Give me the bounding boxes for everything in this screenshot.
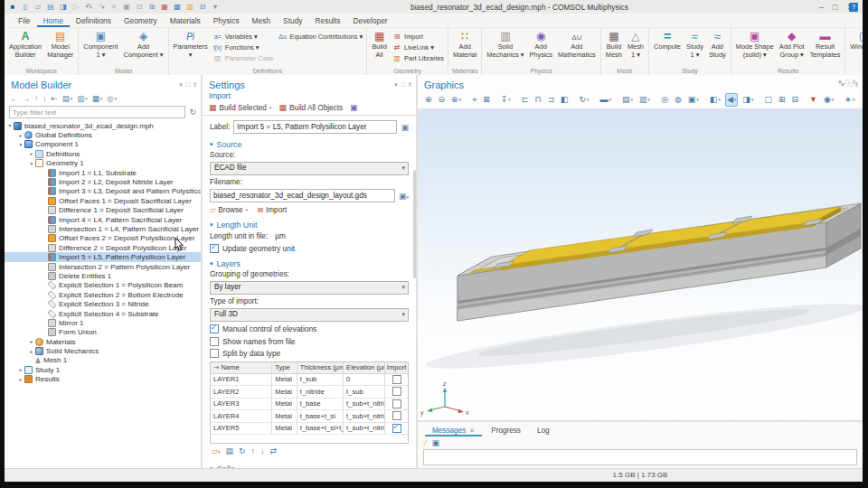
- tree-item[interactable]: Explicit Selection 2 = Bottom Electrode: [5, 290, 201, 299]
- browse-button[interactable]: ▱Browse▾: [210, 205, 248, 214]
- variables-button[interactable]: Variables ▾: [212, 32, 276, 42]
- collapse-all-icon[interactable]: ⇤▾: [52, 94, 58, 103]
- geometry-settings-icon[interactable]: ▣: [350, 103, 358, 112]
- functions-button[interactable]: Functions ▾: [212, 42, 276, 52]
- environment-reflections-icon[interactable]: ▥▾: [637, 93, 652, 107]
- equation-contributions-button[interactable]: Equation Contributions ▾: [277, 32, 365, 42]
- tree-item[interactable]: Form Union: [5, 328, 201, 337]
- tree-item[interactable]: ▸ Materials: [5, 337, 201, 346]
- clear-messages-icon[interactable]: ∕: [425, 438, 427, 447]
- refresh-filter-icon[interactable]: ↻: [189, 108, 196, 117]
- move-up-icon[interactable]: ↑▾: [34, 94, 38, 103]
- show-options-icon[interactable]: ▦▾: [92, 94, 103, 103]
- show-selection-colors-icon[interactable]: ◍▾: [673, 93, 684, 107]
- layers-table-row[interactable]: LAYER3 Metal t_base t_sub+t_nitride: [211, 399, 408, 411]
- add-mathematics-button[interactable]: Add Mathematics: [555, 29, 599, 61]
- grouping-icon[interactable]: ▥▾: [77, 94, 88, 103]
- cut-icon[interactable]: ✕▾: [109, 1, 118, 13]
- tree-item[interactable]: Difference 1 = Deposit Sacrificial Layer: [5, 206, 201, 215]
- go-to-view-icon[interactable]: ↧▾: [499, 93, 513, 107]
- layers-table-row[interactable]: LAYER1 Metal t_sub 0: [211, 374, 408, 387]
- select-mode-icon[interactable]: ▼▾: [807, 93, 819, 107]
- show-frames-icon[interactable]: ⊟▾: [789, 93, 800, 107]
- close-tab-icon[interactable]: ✕: [469, 427, 475, 435]
- tree-item[interactable]: Mesh 1: [5, 356, 201, 365]
- new-file-icon[interactable]: ▯▾: [21, 1, 30, 13]
- tree-expander[interactable]: ▸: [28, 339, 35, 344]
- zoom-out-icon[interactable]: ⊖▾: [437, 93, 448, 107]
- tree-item[interactable]: Delete Entities 1: [5, 271, 201, 280]
- tree-expander[interactable]: ▸: [28, 349, 35, 354]
- tree-item[interactable]: Explicit Selection 1 = Polysilicon Beam: [5, 281, 201, 290]
- save-to-file-icon[interactable]: ▤▾: [225, 446, 233, 455]
- tree-expander[interactable]: ▸: [17, 367, 24, 372]
- go-to-xy-view-icon[interactable]: ⊏▾: [520, 93, 531, 107]
- save-as-icon[interactable]: ◨▾: [59, 1, 68, 13]
- go-to-node-icon[interactable]: ◎▾: [107, 94, 117, 103]
- import-checkbox[interactable]: [392, 399, 401, 408]
- zoom-box-icon[interactable]: ⊕▾: [449, 93, 463, 107]
- ribbon-tab[interactable]: Geometry: [118, 14, 164, 27]
- tree-item[interactable]: ▸ Study 1: [5, 365, 201, 374]
- component-1-button[interactable]: Component 1 ▾: [80, 29, 120, 61]
- add-material-button[interactable]: Add Material: [450, 29, 479, 61]
- maximize-icon[interactable]: □: [833, 3, 837, 12]
- refresh-table-icon[interactable]: ↻▾: [239, 446, 246, 455]
- ribbon-tab[interactable]: Developer: [346, 14, 393, 27]
- comsol-logo-icon[interactable]: ■▾: [8, 1, 17, 13]
- build-all-objects-button[interactable]: ▦Build All Objects: [278, 103, 343, 112]
- redo-icon[interactable]: ↷▾: [97, 1, 106, 14]
- ribbon-tab[interactable]: Physics: [207, 14, 246, 27]
- tree-item[interactable]: Import 4 = L4, Pattern Sacrificial Layer: [5, 215, 201, 224]
- copy-messages-icon[interactable]: ▣: [432, 438, 440, 447]
- import-checkbox[interactable]: [392, 411, 401, 420]
- minimize-icon[interactable]: –: [819, 3, 824, 12]
- settings-scrollbar[interactable]: [413, 170, 416, 278]
- compute-button[interactable]: Compute: [651, 29, 684, 61]
- parameters-button[interactable]: Parameters ▾: [171, 29, 211, 61]
- back-icon[interactable]: ←▾: [10, 94, 18, 103]
- panel-menu-icon[interactable]: ▾: [179, 80, 183, 89]
- filter-input[interactable]: Type filter text: [9, 106, 185, 118]
- move-row-up-icon[interactable]: ↑▾: [251, 446, 256, 455]
- move-row-down-icon[interactable]: ↓▾: [260, 446, 265, 455]
- build-mesh-button[interactable]: Build Mesh: [603, 29, 625, 61]
- messages-output[interactable]: [423, 449, 857, 465]
- label-input[interactable]: Import 5 = L5, Pattern Polysilicon Layer: [233, 120, 397, 134]
- tree-item[interactable]: ▸ Global Definitions: [5, 130, 201, 139]
- tree-item[interactable]: Difference 2 = Deposit Polysilicon Layer: [5, 243, 201, 252]
- messages-tab[interactable]: Log✕: [530, 425, 557, 436]
- layers-option-checkbox[interactable]: Manual control of elevations: [210, 324, 409, 333]
- run-icon[interactable]: ▷▾: [71, 1, 80, 13]
- part-libraries-button[interactable]: Part Libraries: [391, 53, 446, 63]
- go-to-yz-view-icon[interactable]: ⊓▾: [533, 93, 542, 107]
- tree-item[interactable]: Offset Faces 1 = Deposit Sacrificial Lay…: [5, 196, 201, 205]
- graphics-viewport[interactable]: z x y: [418, 108, 863, 420]
- show-axes-icon[interactable]: ⊞▾: [777, 93, 788, 107]
- color-palette-icon[interactable]: ▣▾: [686, 93, 701, 107]
- study-1-button[interactable]: Study 1 ▾: [684, 29, 706, 61]
- layers-option-checkbox[interactable]: Show names from file: [210, 337, 409, 346]
- panel-menu-icon[interactable]: ▾: [838, 79, 842, 86]
- tree-item[interactable]: ▾ Component 1: [5, 140, 201, 149]
- ribbon-tab[interactable]: Definitions: [70, 14, 118, 27]
- load-from-file-icon[interactable]: ▱▾: [212, 446, 220, 455]
- tree-expander[interactable]: ▸: [17, 133, 24, 138]
- section-source[interactable]: Source: [210, 140, 409, 149]
- ribbon-tab[interactable]: Study: [277, 14, 308, 27]
- axis-settings-icon[interactable]: ◨▾: [741, 93, 755, 107]
- add-study-button[interactable]: Add Study: [706, 29, 729, 61]
- rotate-view-icon[interactable]: ↻▾: [577, 93, 590, 107]
- tree-expander[interactable]: ▾: [6, 123, 14, 128]
- compare-icon[interactable]: ▩▾: [173, 1, 182, 13]
- ribbon-tab[interactable]: Results: [308, 14, 346, 27]
- ribbon-tab[interactable]: File: [12, 14, 37, 27]
- tree-expander[interactable]: ▸: [17, 377, 24, 382]
- layers-table-row[interactable]: LAYER5 Metal t_base+t_sl+t_poly t_sub+t_…: [211, 423, 408, 436]
- save-icon[interactable]: ▤▾: [46, 1, 55, 13]
- undo-icon[interactable]: ↶▾: [84, 1, 93, 14]
- panel-close-icon[interactable]: ‖: [193, 80, 196, 89]
- tree-item[interactable]: ▸ Solid Mechanics: [5, 346, 201, 355]
- import-checkbox[interactable]: [392, 375, 401, 384]
- scene-light-icon[interactable]: ▤▾: [620, 93, 635, 107]
